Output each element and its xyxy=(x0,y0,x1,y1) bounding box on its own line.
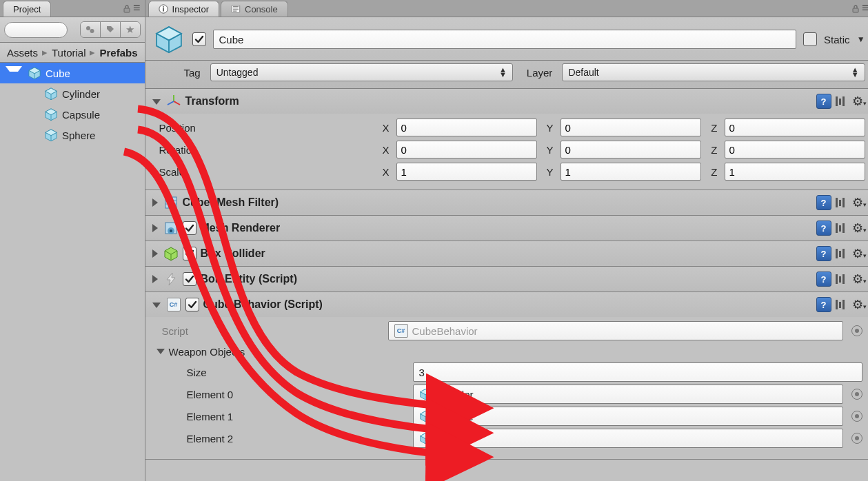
array-header-weapon-objects[interactable]: Weapon Objects xyxy=(154,342,865,361)
object-picker-icon[interactable] xyxy=(851,325,862,336)
axis-y-label: Y xyxy=(540,144,558,156)
preset-icon[interactable] xyxy=(836,298,848,311)
gameobject-icon[interactable] xyxy=(154,24,184,54)
breadcrumb-item[interactable]: Prefabs xyxy=(99,47,137,59)
axis-z-label: Z xyxy=(704,122,722,134)
rotation-z-input[interactable] xyxy=(725,141,865,158)
hierarchy-item[interactable]: Capsule xyxy=(0,104,145,125)
hierarchy-item-cube[interactable]: Cube xyxy=(0,63,145,83)
gear-icon[interactable]: ⚙▾ xyxy=(852,246,867,261)
position-x-input[interactable] xyxy=(396,119,537,136)
element-object-field[interactable]: Capsule xyxy=(413,407,843,426)
scale-x-input[interactable] xyxy=(396,163,537,181)
array-size-input[interactable] xyxy=(413,362,862,382)
help-icon[interactable]: ? xyxy=(816,272,831,287)
help-icon[interactable]: ? xyxy=(816,195,831,210)
transform-icon xyxy=(166,94,181,109)
component-enabled-checkbox[interactable] xyxy=(183,221,196,235)
script-field[interactable]: C# CubeBehavior xyxy=(388,321,843,340)
preset-icon[interactable] xyxy=(836,196,848,209)
gear-icon[interactable]: ⚙▾ xyxy=(852,272,867,287)
breadcrumb-item[interactable]: Tutorial xyxy=(52,47,85,59)
gear-icon[interactable]: ⚙▾ xyxy=(852,221,867,236)
position-y-input[interactable] xyxy=(561,119,701,136)
foldout-icon[interactable] xyxy=(152,99,161,105)
rotation-x-input[interactable] xyxy=(396,141,537,158)
preset-icon[interactable] xyxy=(836,95,848,108)
gear-icon[interactable]: ⚙▾ xyxy=(852,195,867,210)
component-icon xyxy=(163,272,179,287)
component-enabled-checkbox[interactable] xyxy=(185,298,199,311)
component-icon xyxy=(163,221,179,236)
inspector-tab-bar: Inspector Console ≡ xyxy=(145,0,868,17)
cube-prefab-icon xyxy=(419,432,432,444)
element-object-field[interactable]: Sphere xyxy=(413,429,843,448)
panel-menu-icon[interactable]: ≡ xyxy=(133,1,141,17)
breadcrumb-item[interactable]: Assets xyxy=(7,47,38,59)
foldout-icon[interactable] xyxy=(157,349,165,354)
foldout-icon[interactable] xyxy=(152,224,158,232)
project-toolbar: ★ xyxy=(0,17,145,43)
help-icon[interactable]: ? xyxy=(816,297,831,312)
hierarchy-item-label: Sphere xyxy=(62,130,95,141)
foldout-icon[interactable] xyxy=(152,303,161,308)
chevron-right-icon: ▸ xyxy=(42,46,48,59)
foldout-icon[interactable] xyxy=(6,66,22,80)
preset-icon[interactable] xyxy=(836,222,848,234)
filter-by-type-icon[interactable] xyxy=(81,22,101,37)
panel-menu-icon[interactable]: ≡ xyxy=(862,1,868,17)
favorites-icon[interactable]: ★ xyxy=(121,22,140,37)
element-object-field[interactable]: Cylinder xyxy=(413,385,843,404)
component-header[interactable]: Bolt Entity (Script)?⚙▾ xyxy=(145,267,868,291)
gameobject-name-input[interactable] xyxy=(213,30,797,49)
help-icon[interactable]: ? xyxy=(816,246,831,261)
cube-prefab-icon xyxy=(28,66,41,80)
hierarchy-item[interactable]: Cylinder xyxy=(0,83,145,104)
tab-label: Console xyxy=(245,4,278,14)
active-checkbox[interactable] xyxy=(192,32,206,46)
static-dropdown-icon[interactable]: ▼ xyxy=(857,34,865,44)
tab-inspector[interactable]: Inspector xyxy=(148,1,219,17)
component-header[interactable]: Cube (Mesh Filter)?⚙▾ xyxy=(145,190,868,215)
component-header[interactable]: Box Collider?⚙▾ xyxy=(145,241,868,266)
foldout-icon[interactable] xyxy=(152,198,158,207)
component-header-transform[interactable]: Transform ? ⚙▾ xyxy=(145,89,868,114)
script-field-value: CubeBehavior xyxy=(412,325,478,337)
hierarchy-item[interactable]: Sphere xyxy=(0,125,145,145)
filter-by-label-icon[interactable] xyxy=(101,22,121,37)
array-size-label: Size xyxy=(157,367,407,378)
tab-console[interactable]: Console xyxy=(221,1,288,17)
search-input[interactable] xyxy=(4,22,68,38)
help-icon[interactable]: ? xyxy=(816,94,831,109)
csharp-icon: C# xyxy=(394,324,408,338)
tab-project[interactable]: Project xyxy=(3,1,51,17)
object-picker-icon[interactable] xyxy=(851,433,862,444)
foldout-icon[interactable] xyxy=(152,249,158,258)
preset-icon[interactable] xyxy=(836,247,848,260)
component-enabled-checkbox[interactable] xyxy=(183,272,196,286)
lock-icon[interactable] xyxy=(851,4,860,14)
element-label: Element 2 xyxy=(157,433,407,444)
gear-icon[interactable]: ⚙▾ xyxy=(852,94,867,109)
rotation-y-input[interactable] xyxy=(561,141,701,158)
foldout-icon[interactable] xyxy=(152,275,158,283)
object-picker-icon[interactable] xyxy=(851,389,862,400)
element-value: Sphere xyxy=(436,433,469,444)
lock-icon[interactable] xyxy=(122,4,132,14)
component-header[interactable]: Mesh Renderer?⚙▾ xyxy=(145,216,868,240)
gear-icon[interactable]: ⚙▾ xyxy=(852,297,867,312)
svg-rect-7 xyxy=(165,197,176,208)
scale-y-input[interactable] xyxy=(561,163,701,181)
help-icon[interactable]: ? xyxy=(816,221,831,236)
component-header-cube-behavior[interactable]: C# Cube Behavior (Script) ? ⚙▾ xyxy=(145,292,868,317)
layer-dropdown[interactable]: Default▲▼ xyxy=(562,63,865,81)
tag-dropdown[interactable]: Untagged▲▼ xyxy=(210,63,513,81)
static-checkbox[interactable] xyxy=(803,32,817,46)
component-enabled-checkbox[interactable] xyxy=(183,247,196,260)
rotation-label: Rotation xyxy=(154,144,373,156)
preset-icon[interactable] xyxy=(836,273,848,285)
scale-z-input[interactable] xyxy=(725,163,865,181)
cube-prefab-icon xyxy=(419,410,432,422)
object-picker-icon[interactable] xyxy=(851,411,862,422)
position-z-input[interactable] xyxy=(725,119,865,136)
